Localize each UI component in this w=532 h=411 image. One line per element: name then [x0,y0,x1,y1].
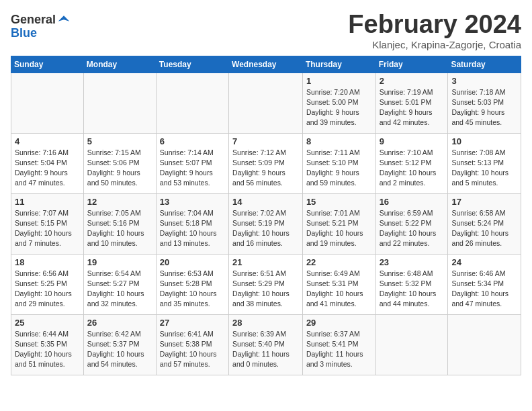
calendar-cell: 7Sunrise: 7:12 AMSunset: 5:09 PMDaylight… [229,133,303,193]
day-number: 25 [15,318,80,328]
day-number: 3 [451,76,517,86]
week-row-2: 4Sunrise: 7:16 AMSunset: 5:04 PMDaylight… [11,133,521,193]
day-number: 22 [306,257,372,267]
logo-bird-icon [57,13,71,27]
day-info: Sunrise: 6:59 AMSunset: 5:22 PMDaylight:… [380,208,445,249]
day-info: Sunrise: 6:41 AMSunset: 5:38 PMDaylight:… [160,329,225,370]
calendar-cell: 22Sunrise: 6:49 AMSunset: 5:31 PMDayligh… [302,254,375,314]
day-info: Sunrise: 6:56 AMSunset: 5:25 PMDaylight:… [15,269,80,310]
logo-blue-text: Blue [11,27,71,40]
calendar-cell: 5Sunrise: 7:15 AMSunset: 5:06 PMDaylight… [83,133,156,193]
day-number: 1 [306,76,372,86]
calendar-cell: 23Sunrise: 6:48 AMSunset: 5:32 PMDayligh… [375,254,448,314]
calendar-cell: 21Sunrise: 6:51 AMSunset: 5:29 PMDayligh… [229,254,303,314]
day-number: 14 [232,197,299,207]
header: General Blue February 2024 Klanjec, Krap… [11,11,521,50]
day-info: Sunrise: 7:04 AMSunset: 5:18 PMDaylight:… [160,208,225,249]
day-info: Sunrise: 6:46 AMSunset: 5:34 PMDaylight:… [451,269,517,310]
calendar-cell: 28Sunrise: 6:39 AMSunset: 5:40 PMDayligh… [229,314,303,375]
week-row-1: 1Sunrise: 7:20 AMSunset: 5:00 PMDaylight… [11,73,521,133]
day-info: Sunrise: 7:18 AMSunset: 5:03 PMDaylight:… [451,87,517,128]
week-row-3: 11Sunrise: 7:07 AMSunset: 5:15 PMDayligh… [11,193,521,254]
day-info: Sunrise: 7:11 AMSunset: 5:10 PMDaylight:… [306,148,372,189]
day-info: Sunrise: 7:07 AMSunset: 5:15 PMDaylight:… [15,208,80,249]
calendar-cell: 17Sunrise: 6:58 AMSunset: 5:24 PMDayligh… [448,193,521,254]
calendar-cell: 4Sunrise: 7:16 AMSunset: 5:04 PMDaylight… [11,133,84,193]
day-number: 24 [451,257,517,267]
calendar-cell: 26Sunrise: 6:42 AMSunset: 5:37 PMDayligh… [83,314,156,375]
svg-marker-0 [58,15,70,21]
day-number: 28 [232,318,299,328]
day-number: 17 [451,197,517,207]
day-number: 13 [160,197,225,207]
day-info: Sunrise: 7:05 AMSunset: 5:16 PMDaylight:… [87,208,152,249]
day-number: 2 [380,76,445,86]
calendar-cell: 24Sunrise: 6:46 AMSunset: 5:34 PMDayligh… [448,254,521,314]
day-number: 8 [306,136,372,146]
calendar-body: 1Sunrise: 7:20 AMSunset: 5:00 PMDaylight… [11,73,521,375]
calendar-cell: 20Sunrise: 6:53 AMSunset: 5:28 PMDayligh… [156,254,228,314]
col-header-friday: Friday [375,56,448,73]
day-info: Sunrise: 6:49 AMSunset: 5:31 PMDaylight:… [306,269,372,310]
day-info: Sunrise: 6:51 AMSunset: 5:29 PMDaylight:… [232,269,299,310]
day-number: 11 [15,197,80,207]
calendar-header: SundayMondayTuesdayWednesdayThursdayFrid… [11,56,521,73]
calendar-cell: 2Sunrise: 7:19 AMSunset: 5:01 PMDaylight… [375,73,448,133]
day-number: 4 [15,136,80,146]
day-number: 21 [232,257,299,267]
calendar-cell: 6Sunrise: 7:14 AMSunset: 5:07 PMDaylight… [156,133,228,193]
calendar-cell [375,314,448,375]
day-info: Sunrise: 7:19 AMSunset: 5:01 PMDaylight:… [380,87,445,128]
calendar-cell: 10Sunrise: 7:08 AMSunset: 5:13 PMDayligh… [448,133,521,193]
calendar-cell: 9Sunrise: 7:10 AMSunset: 5:12 PMDaylight… [375,133,448,193]
day-info: Sunrise: 7:20 AMSunset: 5:00 PMDaylight:… [306,87,372,128]
calendar-cell: 3Sunrise: 7:18 AMSunset: 5:03 PMDaylight… [448,73,521,133]
col-header-thursday: Thursday [302,56,375,73]
day-info: Sunrise: 7:12 AMSunset: 5:09 PMDaylight:… [232,148,299,189]
day-number: 15 [306,197,372,207]
col-header-monday: Monday [83,56,156,73]
day-info: Sunrise: 7:08 AMSunset: 5:13 PMDaylight:… [451,148,517,189]
week-row-5: 25Sunrise: 6:44 AMSunset: 5:35 PMDayligh… [11,314,521,375]
calendar-cell: 8Sunrise: 7:11 AMSunset: 5:10 PMDaylight… [302,133,375,193]
day-info: Sunrise: 6:39 AMSunset: 5:40 PMDaylight:… [232,329,299,370]
day-info: Sunrise: 7:01 AMSunset: 5:21 PMDaylight:… [306,208,372,249]
day-info: Sunrise: 6:37 AMSunset: 5:41 PMDaylight:… [306,329,372,370]
calendar-cell: 29Sunrise: 6:37 AMSunset: 5:41 PMDayligh… [302,314,375,375]
col-header-saturday: Saturday [448,56,521,73]
day-info: Sunrise: 6:53 AMSunset: 5:28 PMDaylight:… [160,269,225,310]
calendar-cell [83,73,156,133]
day-number: 5 [87,136,152,146]
day-info: Sunrise: 7:10 AMSunset: 5:12 PMDaylight:… [380,148,445,189]
logo-general-text: General [11,13,56,27]
calendar-cell: 11Sunrise: 7:07 AMSunset: 5:15 PMDayligh… [11,193,84,254]
calendar-cell: 18Sunrise: 6:56 AMSunset: 5:25 PMDayligh… [11,254,84,314]
calendar-table: SundayMondayTuesdayWednesdayThursdayFrid… [11,56,521,375]
day-number: 27 [160,318,225,328]
day-number: 16 [380,197,445,207]
calendar-cell [11,73,84,133]
title-block: February 2024 Klanjec, Krapina-Zagorje, … [348,11,521,50]
day-number: 26 [87,318,152,328]
calendar-subtitle: Klanjec, Krapina-Zagorje, Croatia [348,39,521,50]
calendar-cell: 13Sunrise: 7:04 AMSunset: 5:18 PMDayligh… [156,193,228,254]
col-header-sunday: Sunday [11,56,84,73]
day-number: 9 [380,136,445,146]
day-info: Sunrise: 6:48 AMSunset: 5:32 PMDaylight:… [380,269,445,310]
calendar-cell: 12Sunrise: 7:05 AMSunset: 5:16 PMDayligh… [83,193,156,254]
calendar-cell: 16Sunrise: 6:59 AMSunset: 5:22 PMDayligh… [375,193,448,254]
day-number: 23 [380,257,445,267]
day-number: 18 [15,257,80,267]
day-info: Sunrise: 6:44 AMSunset: 5:35 PMDaylight:… [15,329,80,370]
header-row: SundayMondayTuesdayWednesdayThursdayFrid… [11,56,521,73]
day-number: 29 [306,318,372,328]
day-number: 19 [87,257,152,267]
calendar-cell: 15Sunrise: 7:01 AMSunset: 5:21 PMDayligh… [302,193,375,254]
calendar-cell: 14Sunrise: 7:02 AMSunset: 5:19 PMDayligh… [229,193,303,254]
calendar-cell: 27Sunrise: 6:41 AMSunset: 5:38 PMDayligh… [156,314,228,375]
calendar-title: February 2024 [348,11,521,39]
calendar-cell: 19Sunrise: 6:54 AMSunset: 5:27 PMDayligh… [83,254,156,314]
day-number: 7 [232,136,299,146]
day-info: Sunrise: 7:15 AMSunset: 5:06 PMDaylight:… [87,148,152,189]
calendar-cell [156,73,228,133]
